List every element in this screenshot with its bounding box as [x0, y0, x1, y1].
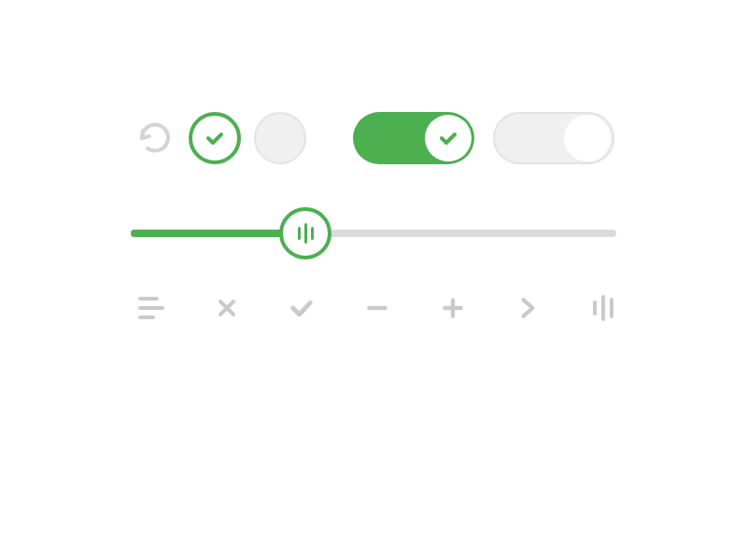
- close-icon[interactable]: [214, 293, 241, 323]
- slider-thumb[interactable]: [279, 207, 331, 259]
- check-icon: [437, 127, 459, 149]
- toggle-knob: [425, 115, 472, 161]
- equalizer-icon[interactable]: [589, 293, 616, 323]
- check-icon: [204, 127, 226, 149]
- check-icon[interactable]: [289, 293, 316, 323]
- refresh-icon[interactable]: [131, 116, 176, 161]
- slider[interactable]: [131, 230, 616, 237]
- toggle-knob: [564, 115, 611, 161]
- radio-checked[interactable]: [189, 112, 241, 164]
- slider-row: [131, 230, 616, 237]
- menu-icon[interactable]: [138, 293, 165, 323]
- icon-row: [131, 293, 616, 323]
- minus-icon[interactable]: [364, 293, 391, 323]
- equalizer-icon: [298, 227, 301, 240]
- plus-icon[interactable]: [439, 293, 466, 323]
- toggle-on[interactable]: [353, 112, 474, 164]
- radio-unchecked[interactable]: [254, 112, 306, 164]
- toggle-off[interactable]: [493, 112, 614, 164]
- controls-row: [131, 112, 616, 164]
- chevron-right-icon[interactable]: [514, 293, 542, 323]
